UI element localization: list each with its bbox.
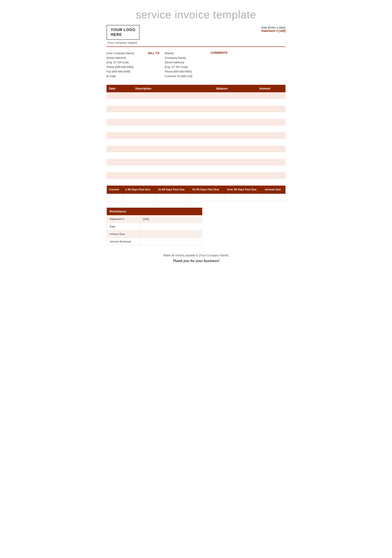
aging-header-amount-due: Amount Due: [262, 186, 285, 194]
cell-balance: [214, 139, 257, 146]
billing-section: [Your Company Name]. [Street Address] [C…: [107, 51, 285, 79]
aging-table: Current 1-30 Days Past Due 31-60 Days Pa…: [107, 186, 285, 201]
statement-line: Statement # [100]: [261, 29, 285, 33]
cell-desc: [133, 119, 214, 126]
table-row: [107, 119, 285, 126]
company-slogan: [Your company slogan]: [107, 41, 140, 44]
cell-amount: [257, 99, 285, 106]
bill-to-customer-id: Customer ID [ABC123]: [165, 74, 211, 78]
company-name: [Your Company Name].: [107, 51, 148, 56]
company-fax: Fax [000-000-0000]: [107, 69, 148, 74]
table-row: [107, 112, 285, 119]
cell-amount: [257, 119, 285, 126]
header-section: YOUR LOGO HERE [Your company slogan] Dat…: [107, 25, 285, 44]
logo-line2: HERE: [111, 33, 122, 37]
cell-balance: [214, 119, 257, 126]
cell-balance: [214, 112, 257, 119]
cell-balance: [214, 146, 257, 152]
remittance-row-amount-due: Amount Due: [107, 230, 202, 238]
bill-to-name: [Name]: [165, 51, 211, 56]
col-header-description: Description: [133, 85, 214, 92]
cell-desc: [133, 179, 214, 186]
bill-to-company: [Company Name]: [165, 56, 211, 60]
bill-to-phone: Phone [000-000-0000]: [165, 69, 211, 74]
logo-slogan-area: YOUR LOGO HERE [Your company slogan]: [107, 25, 140, 44]
cell-date: [107, 179, 133, 186]
company-city: [City, ST ZIP Code: [107, 60, 148, 65]
cell-amount: [257, 172, 285, 179]
table-row: [107, 126, 285, 132]
cell-amount: [257, 106, 285, 112]
aging-61-90-value: [190, 194, 225, 201]
cell-date: [107, 172, 133, 179]
remittance-statement-value: [100]: [140, 215, 202, 223]
cell-date: [107, 106, 133, 112]
comments-label: COMMENTS: [211, 51, 285, 54]
bill-to-label: BILL TO: [148, 51, 165, 79]
cell-balance: [214, 126, 257, 132]
statement-value: [100]: [279, 29, 285, 33]
cell-amount: [257, 139, 285, 146]
cell-amount: [257, 112, 285, 119]
date-value: [Enter a date]: [268, 26, 285, 29]
footer-thanks-text: Thank you for your business!: [107, 259, 285, 263]
company-info: [Your Company Name]. [Street Address] [C…: [107, 51, 148, 79]
cell-amount: [257, 132, 285, 139]
logo-box: YOUR LOGO HERE: [107, 25, 140, 40]
table-row: [107, 132, 285, 139]
cell-balance: [214, 132, 257, 139]
footer-section: Make all checks payable to [Your Company…: [107, 254, 285, 263]
cell-desc: [133, 92, 214, 99]
cell-amount: [257, 179, 285, 186]
cell-date: [107, 166, 133, 172]
aging-header-61-90: 61-90 Days Past Due: [190, 186, 225, 194]
cell-date: [107, 152, 133, 159]
table-row: [107, 179, 285, 186]
header-divider: [107, 46, 285, 47]
table-row: [107, 92, 285, 99]
remittance-date-value: [140, 223, 202, 230]
aging-31-60-value: [156, 194, 190, 201]
cell-balance: [214, 172, 257, 179]
remittance-amount-due-value: [140, 230, 202, 238]
remittance-statement-label: Statement #: [107, 215, 140, 223]
logo-line1: YOUR LOGO: [111, 28, 135, 32]
cell-amount: [257, 126, 285, 132]
aging-header-1-30: 1-30 Days Past Due: [123, 186, 156, 194]
remittance-amount-due-label: Amount Due: [107, 230, 140, 238]
cell-date: [107, 146, 133, 152]
aging-over-90-value: [225, 194, 262, 201]
cell-date: [107, 132, 133, 139]
date-statement-area: Date [Enter a date] Statement # [100]: [261, 26, 285, 33]
cell-balance: [214, 106, 257, 112]
table-header-row: Date Description Balance Amount: [107, 85, 285, 92]
remittance-amount-enclosed-label: Amount Enclosed: [107, 238, 140, 245]
cell-balance: [214, 166, 257, 172]
comments-section: COMMENTS: [211, 51, 285, 79]
cell-amount: [257, 152, 285, 159]
cell-desc: [133, 159, 214, 166]
aging-amount-due-value: [262, 194, 285, 201]
cell-date: [107, 92, 133, 99]
remittance-table: Remittance Statement # [100] Date Amount…: [107, 208, 202, 245]
company-phone: Phone [000-000-0000]: [107, 65, 148, 69]
remittance-amount-enclosed-value: [140, 238, 202, 245]
cell-amount: [257, 92, 285, 99]
cell-desc: [133, 132, 214, 139]
bill-to-info: [Name] [Company Name] [Street Address] […: [165, 51, 211, 79]
table-row: [107, 139, 285, 146]
company-street: [Street Address]: [107, 56, 148, 60]
remittance-header-row: Remittance: [107, 208, 202, 215]
table-row: [107, 152, 285, 159]
cell-date: [107, 99, 133, 106]
table-row: [107, 166, 285, 172]
cell-balance: [214, 92, 257, 99]
page-title: service invoice template: [107, 8, 285, 21]
aging-header-31-60: 31-60 Days Past Due: [156, 186, 190, 194]
aging-header-row: Current 1-30 Days Past Due 31-60 Days Pa…: [107, 186, 285, 194]
cell-desc: [133, 126, 214, 132]
aging-1-30-value: [123, 194, 156, 201]
aging-data-row: [107, 194, 285, 201]
aging-header-over-90: Over 90 Days Past Due: [225, 186, 262, 194]
cell-desc: [133, 166, 214, 172]
